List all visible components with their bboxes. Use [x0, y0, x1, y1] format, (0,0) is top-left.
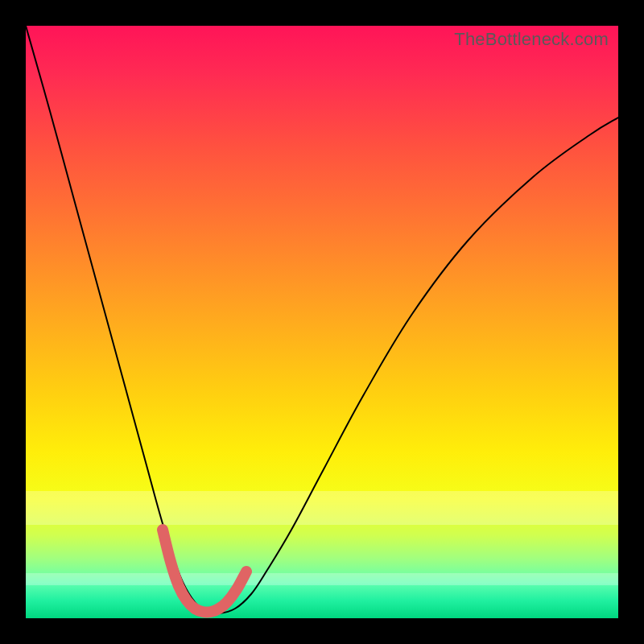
main-curve	[26, 26, 618, 613]
curve-svg	[26, 26, 618, 618]
plot-area: TheBottleneck.com	[26, 26, 618, 618]
highlight-curve	[163, 530, 246, 613]
chart-container: TheBottleneck.com	[0, 0, 644, 644]
